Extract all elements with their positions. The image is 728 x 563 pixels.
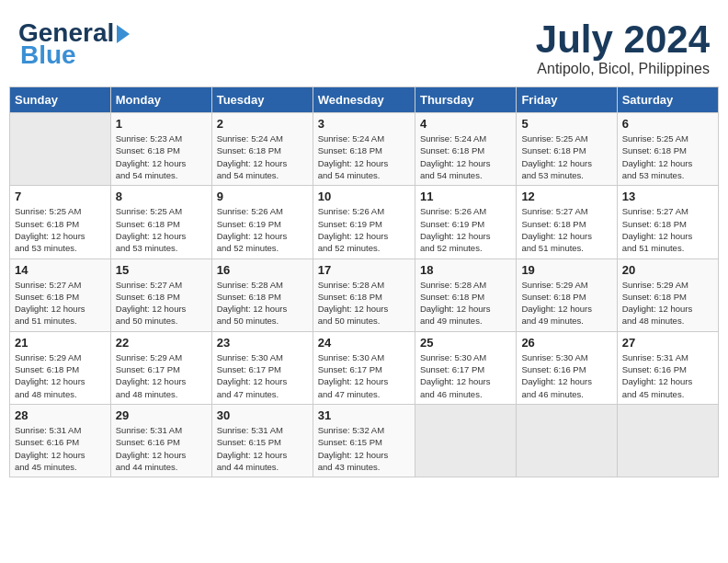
calendar-week-row: 7Sunrise: 5:25 AM Sunset: 6:18 PM Daylig… (10, 186, 719, 259)
day-info: Sunrise: 5:24 AM Sunset: 6:18 PM Dayligh… (420, 132, 511, 181)
day-number: 12 (521, 190, 611, 203)
calendar-cell (415, 404, 516, 477)
col-monday: Monday (110, 87, 211, 113)
logo-arrow-icon (117, 25, 130, 43)
day-number: 31 (318, 408, 410, 422)
day-info: Sunrise: 5:30 AM Sunset: 6:17 PM Dayligh… (318, 351, 410, 400)
day-info: Sunrise: 5:29 AM Sunset: 6:17 PM Dayligh… (116, 351, 207, 400)
calendar-cell: 22Sunrise: 5:29 AM Sunset: 6:17 PM Dayli… (110, 331, 211, 404)
day-info: Sunrise: 5:25 AM Sunset: 6:18 PM Dayligh… (15, 205, 106, 254)
calendar-cell: 3Sunrise: 5:24 AM Sunset: 6:18 PM Daylig… (313, 113, 415, 186)
day-number: 28 (15, 408, 106, 422)
day-number: 15 (116, 263, 207, 277)
day-number: 9 (217, 190, 308, 203)
day-info: Sunrise: 5:29 AM Sunset: 6:18 PM Dayligh… (15, 351, 106, 400)
day-info: Sunrise: 5:29 AM Sunset: 6:18 PM Dayligh… (622, 279, 713, 327)
calendar-week-row: 14Sunrise: 5:27 AM Sunset: 6:18 PM Dayli… (10, 259, 719, 331)
col-friday: Friday (517, 87, 617, 113)
day-info: Sunrise: 5:28 AM Sunset: 6:18 PM Dayligh… (217, 279, 308, 327)
day-info: Sunrise: 5:24 AM Sunset: 6:18 PM Dayligh… (318, 132, 410, 181)
day-info: Sunrise: 5:27 AM Sunset: 6:18 PM Dayligh… (116, 279, 207, 327)
calendar-cell: 7Sunrise: 5:25 AM Sunset: 6:18 PM Daylig… (10, 186, 111, 259)
day-number: 2 (217, 117, 308, 131)
day-number: 23 (217, 336, 308, 350)
day-info: Sunrise: 5:32 AM Sunset: 6:15 PM Dayligh… (318, 424, 410, 473)
day-number: 8 (116, 190, 207, 203)
header: General Blue July 2024 Antipolo, Bicol, … (9, 9, 719, 82)
day-number: 21 (15, 336, 106, 350)
day-info: Sunrise: 5:31 AM Sunset: 6:16 PM Dayligh… (116, 424, 207, 473)
calendar-cell: 27Sunrise: 5:31 AM Sunset: 6:16 PM Dayli… (617, 331, 718, 404)
day-info: Sunrise: 5:26 AM Sunset: 6:19 PM Dayligh… (217, 205, 308, 254)
day-info: Sunrise: 5:26 AM Sunset: 6:19 PM Dayligh… (420, 205, 511, 254)
day-number: 10 (318, 190, 410, 203)
day-info: Sunrise: 5:31 AM Sunset: 6:15 PM Dayligh… (217, 424, 308, 473)
calendar-cell: 1Sunrise: 5:23 AM Sunset: 6:18 PM Daylig… (110, 113, 211, 186)
day-info: Sunrise: 5:28 AM Sunset: 6:18 PM Dayligh… (318, 279, 410, 327)
day-info: Sunrise: 5:27 AM Sunset: 6:18 PM Dayligh… (15, 279, 106, 327)
day-number: 25 (420, 336, 511, 350)
calendar-cell: 29Sunrise: 5:31 AM Sunset: 6:16 PM Dayli… (110, 404, 211, 477)
day-info: Sunrise: 5:30 AM Sunset: 6:16 PM Dayligh… (521, 351, 611, 400)
day-info: Sunrise: 5:30 AM Sunset: 6:17 PM Dayligh… (420, 351, 511, 400)
calendar-cell: 11Sunrise: 5:26 AM Sunset: 6:19 PM Dayli… (415, 186, 516, 259)
calendar-cell: 31Sunrise: 5:32 AM Sunset: 6:15 PM Dayli… (313, 404, 415, 477)
day-number: 20 (622, 263, 713, 277)
day-number: 30 (217, 408, 308, 422)
calendar-cell: 21Sunrise: 5:29 AM Sunset: 6:18 PM Dayli… (10, 331, 111, 404)
logo: General Blue (18, 18, 130, 70)
col-thursday: Thursday (415, 87, 516, 113)
day-info: Sunrise: 5:31 AM Sunset: 6:16 PM Dayligh… (15, 424, 106, 473)
col-wednesday: Wednesday (313, 87, 415, 113)
calendar-cell: 28Sunrise: 5:31 AM Sunset: 6:16 PM Dayli… (10, 404, 111, 477)
day-info: Sunrise: 5:25 AM Sunset: 6:18 PM Dayligh… (521, 132, 611, 181)
day-info: Sunrise: 5:25 AM Sunset: 6:18 PM Dayligh… (116, 205, 207, 254)
day-info: Sunrise: 5:28 AM Sunset: 6:18 PM Dayligh… (420, 279, 511, 327)
title-area: July 2024 Antipolo, Bicol, Philippines (536, 18, 710, 77)
calendar-cell: 2Sunrise: 5:24 AM Sunset: 6:18 PM Daylig… (211, 113, 313, 186)
col-sunday: Sunday (10, 87, 111, 113)
calendar-cell: 9Sunrise: 5:26 AM Sunset: 6:19 PM Daylig… (211, 186, 313, 259)
calendar-cell: 10Sunrise: 5:26 AM Sunset: 6:19 PM Dayli… (313, 186, 415, 259)
calendar-cell: 5Sunrise: 5:25 AM Sunset: 6:18 PM Daylig… (517, 113, 617, 186)
day-info: Sunrise: 5:31 AM Sunset: 6:16 PM Dayligh… (622, 351, 713, 400)
day-info: Sunrise: 5:25 AM Sunset: 6:18 PM Dayligh… (622, 132, 713, 181)
calendar-cell: 23Sunrise: 5:30 AM Sunset: 6:17 PM Dayli… (211, 331, 313, 404)
calendar-cell: 12Sunrise: 5:27 AM Sunset: 6:18 PM Dayli… (517, 186, 617, 259)
day-info: Sunrise: 5:30 AM Sunset: 6:17 PM Dayligh… (217, 351, 308, 400)
day-number: 6 (622, 117, 713, 131)
calendar-cell: 15Sunrise: 5:27 AM Sunset: 6:18 PM Dayli… (110, 259, 211, 331)
day-info: Sunrise: 5:26 AM Sunset: 6:19 PM Dayligh… (318, 205, 410, 254)
calendar-cell: 17Sunrise: 5:28 AM Sunset: 6:18 PM Dayli… (313, 259, 415, 331)
calendar-cell: 30Sunrise: 5:31 AM Sunset: 6:15 PM Dayli… (211, 404, 313, 477)
day-number: 24 (318, 336, 410, 350)
day-info: Sunrise: 5:24 AM Sunset: 6:18 PM Dayligh… (217, 132, 308, 181)
calendar-cell: 13Sunrise: 5:27 AM Sunset: 6:18 PM Dayli… (617, 186, 718, 259)
calendar-cell: 4Sunrise: 5:24 AM Sunset: 6:18 PM Daylig… (415, 113, 516, 186)
day-number: 22 (116, 336, 207, 350)
day-number: 27 (622, 336, 713, 350)
day-info: Sunrise: 5:23 AM Sunset: 6:18 PM Dayligh… (116, 132, 207, 181)
logo-blue: Blue (18, 40, 76, 70)
calendar-cell: 16Sunrise: 5:28 AM Sunset: 6:18 PM Dayli… (211, 259, 313, 331)
day-number: 17 (318, 263, 410, 277)
calendar-cell: 26Sunrise: 5:30 AM Sunset: 6:16 PM Dayli… (517, 331, 617, 404)
day-info: Sunrise: 5:27 AM Sunset: 6:18 PM Dayligh… (622, 205, 713, 254)
day-number: 3 (318, 117, 410, 131)
day-number: 5 (521, 117, 611, 131)
calendar-cell: 24Sunrise: 5:30 AM Sunset: 6:17 PM Dayli… (313, 331, 415, 404)
day-number: 14 (15, 263, 106, 277)
calendar-cell: 19Sunrise: 5:29 AM Sunset: 6:18 PM Dayli… (517, 259, 617, 331)
location: Antipolo, Bicol, Philippines (536, 61, 710, 77)
day-number: 16 (217, 263, 308, 277)
day-number: 26 (521, 336, 611, 350)
month-year: July 2024 (536, 18, 710, 61)
calendar-week-row: 1Sunrise: 5:23 AM Sunset: 6:18 PM Daylig… (10, 113, 719, 186)
day-number: 1 (116, 117, 207, 131)
calendar-week-row: 21Sunrise: 5:29 AM Sunset: 6:18 PM Dayli… (10, 331, 719, 404)
day-number: 4 (420, 117, 511, 131)
calendar-cell: 14Sunrise: 5:27 AM Sunset: 6:18 PM Dayli… (10, 259, 111, 331)
calendar-cell: 25Sunrise: 5:30 AM Sunset: 6:17 PM Dayli… (415, 331, 516, 404)
calendar-table: Sunday Monday Tuesday Wednesday Thursday… (9, 86, 719, 477)
day-info: Sunrise: 5:29 AM Sunset: 6:18 PM Dayligh… (521, 279, 611, 327)
